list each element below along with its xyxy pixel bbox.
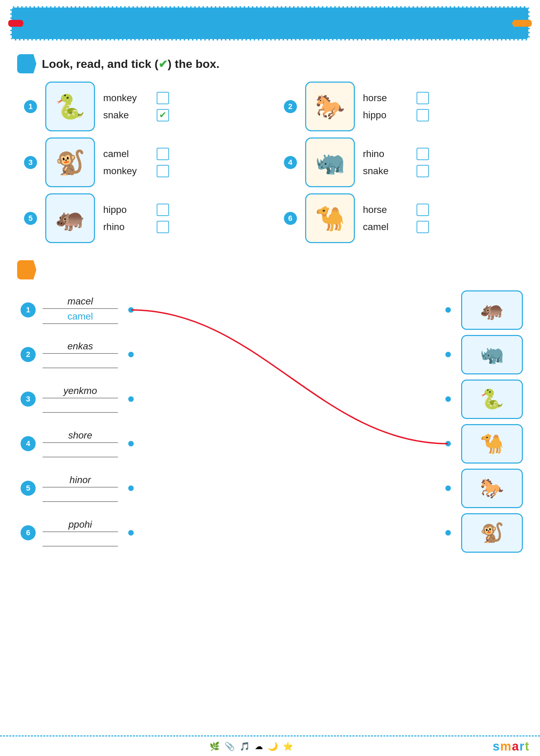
dot-right-3 bbox=[445, 396, 451, 402]
unscramble-row-4: 4shore🐪 bbox=[17, 421, 523, 466]
animal-img-b-1: 🦛 bbox=[461, 290, 523, 330]
word-block-6: ppohi bbox=[43, 519, 118, 547]
brand-logo: smart bbox=[493, 739, 530, 754]
option-label: rhino bbox=[363, 148, 411, 159]
checkmark-icon: ✔ bbox=[158, 58, 168, 70]
option-row-5-hippo: hippo bbox=[103, 204, 169, 216]
answer-word-1[interactable]: camel bbox=[43, 311, 118, 324]
item-number-4: 4 bbox=[284, 156, 297, 169]
option-row-6-horse: horse bbox=[363, 204, 429, 216]
word-block-5: hinor bbox=[43, 475, 118, 502]
animal-image-3: 🐒 bbox=[45, 137, 95, 187]
scrambled-word-3: yenkmo bbox=[43, 385, 118, 398]
answer-word-2[interactable] bbox=[43, 356, 118, 368]
section-a-letter bbox=[17, 54, 36, 73]
animal-options-6: horsecamel bbox=[363, 204, 429, 233]
section-b-header bbox=[17, 260, 523, 279]
animal-item-1: 1🐍monkeysnake✔ bbox=[24, 82, 263, 131]
option-label: hippo bbox=[103, 204, 151, 215]
unscramble-area: 1macelcamel🦛2enkas🦏3yenkmo🐍4shore🐪5hinor… bbox=[17, 288, 523, 555]
unit-badge bbox=[8, 20, 23, 27]
option-label: horse bbox=[363, 204, 411, 215]
row-number-4: 4 bbox=[21, 436, 36, 451]
option-label: snake bbox=[103, 110, 151, 121]
animal-image-5: 🦛 bbox=[45, 193, 95, 243]
animal-options-5: hipporhino bbox=[103, 204, 169, 233]
scrambled-word-6: ppohi bbox=[43, 519, 118, 532]
item-number-1: 1 bbox=[24, 100, 37, 113]
unscramble-row-5: 5hinor🐎 bbox=[17, 466, 523, 511]
checkbox-5-hippo[interactable] bbox=[157, 204, 169, 216]
animal-img-b-2: 🦏 bbox=[461, 335, 523, 374]
checkbox-3-monkey[interactable] bbox=[157, 165, 169, 177]
row-number-1: 1 bbox=[21, 302, 36, 317]
dot-right-6 bbox=[445, 530, 451, 536]
animal-item-3: 3🐒camelmonkey bbox=[24, 137, 263, 187]
row-number-6: 6 bbox=[21, 525, 36, 540]
dot-right-1 bbox=[445, 307, 451, 313]
option-label: camel bbox=[363, 221, 411, 232]
answer-word-3[interactable] bbox=[43, 400, 118, 413]
option-row-2-horse: horse bbox=[363, 92, 429, 104]
scrambled-word-5: hinor bbox=[43, 475, 118, 488]
option-row-4-snake: snake bbox=[363, 165, 429, 177]
checkbox-2-horse[interactable] bbox=[417, 92, 429, 104]
checkbox-1-monkey[interactable] bbox=[157, 92, 169, 104]
option-row-3-camel: camel bbox=[103, 148, 169, 160]
lesson-badge bbox=[512, 20, 532, 27]
dot-left-4 bbox=[128, 441, 134, 446]
option-label: monkey bbox=[103, 166, 151, 177]
animal-image-1: 🐍 bbox=[45, 82, 95, 131]
unscramble-row-2: 2enkas🦏 bbox=[17, 332, 523, 377]
item-number-2: 2 bbox=[284, 100, 297, 113]
answer-word-4[interactable] bbox=[43, 445, 118, 457]
answer-word-6[interactable] bbox=[43, 534, 118, 547]
section-b-letter bbox=[17, 260, 36, 279]
footer-icons: 🌿 📎 🎵 ☁ 🌙 ⭐ bbox=[209, 742, 293, 751]
footer-icon-3: 🎵 bbox=[240, 742, 250, 751]
checkbox-4-rhino[interactable] bbox=[417, 148, 429, 160]
scrambled-word-2: enkas bbox=[43, 341, 118, 354]
row-number-5: 5 bbox=[21, 481, 36, 496]
row-number-3: 3 bbox=[21, 392, 36, 407]
word-block-1: macelcamel bbox=[43, 296, 118, 324]
animal-image-4: 🦏 bbox=[305, 137, 355, 187]
checkbox-1-snake[interactable]: ✔ bbox=[157, 109, 169, 121]
checkbox-6-horse[interactable] bbox=[417, 204, 429, 216]
option-row-6-camel: camel bbox=[363, 221, 429, 233]
scrambled-word-4: shore bbox=[43, 430, 118, 443]
dot-left-2 bbox=[128, 352, 134, 357]
animal-item-6: 6🐪horsecamel bbox=[284, 193, 523, 243]
option-row-1-snake: snake✔ bbox=[103, 109, 169, 121]
dot-left-1 bbox=[128, 307, 134, 313]
option-row-1-monkey: monkey bbox=[103, 92, 169, 104]
answer-word-5[interactable] bbox=[43, 490, 118, 502]
row-number-2: 2 bbox=[21, 347, 36, 362]
unscramble-row-1: 1macelcamel🦛 bbox=[17, 288, 523, 332]
checkbox-4-snake[interactable] bbox=[417, 165, 429, 177]
option-row-4-rhino: rhino bbox=[363, 148, 429, 160]
footer-icon-1: 🌿 bbox=[209, 742, 220, 751]
checkbox-2-hippo[interactable] bbox=[417, 109, 429, 121]
checkbox-3-camel[interactable] bbox=[157, 148, 169, 160]
animal-item-2: 2🐎horsehippo bbox=[284, 82, 523, 131]
dot-right-4 bbox=[445, 441, 451, 446]
footer-icon-6: ⭐ bbox=[283, 742, 293, 751]
animal-img-b-4: 🐪 bbox=[461, 424, 523, 464]
dot-left-3 bbox=[128, 396, 134, 402]
scrambled-word-1: macel bbox=[43, 296, 118, 309]
checkbox-5-rhino[interactable] bbox=[157, 221, 169, 233]
animal-options-4: rhinosnake bbox=[363, 148, 429, 177]
animal-item-4: 4🦏rhinosnake bbox=[284, 137, 523, 187]
animal-options-3: camelmonkey bbox=[103, 148, 169, 177]
item-number-5: 5 bbox=[24, 212, 37, 225]
checkbox-6-camel[interactable] bbox=[417, 221, 429, 233]
item-number-6: 6 bbox=[284, 212, 297, 225]
option-row-3-monkey: monkey bbox=[103, 165, 169, 177]
animal-image-2: 🐎 bbox=[305, 82, 355, 131]
section-b: 1macelcamel🦛2enkas🦏3yenkmo🐍4shore🐪5hinor… bbox=[17, 260, 523, 555]
footer-icon-5: 🌙 bbox=[268, 742, 278, 751]
option-row-5-rhino: rhino bbox=[103, 221, 169, 233]
option-label: hippo bbox=[363, 110, 411, 121]
option-label: camel bbox=[103, 148, 151, 159]
